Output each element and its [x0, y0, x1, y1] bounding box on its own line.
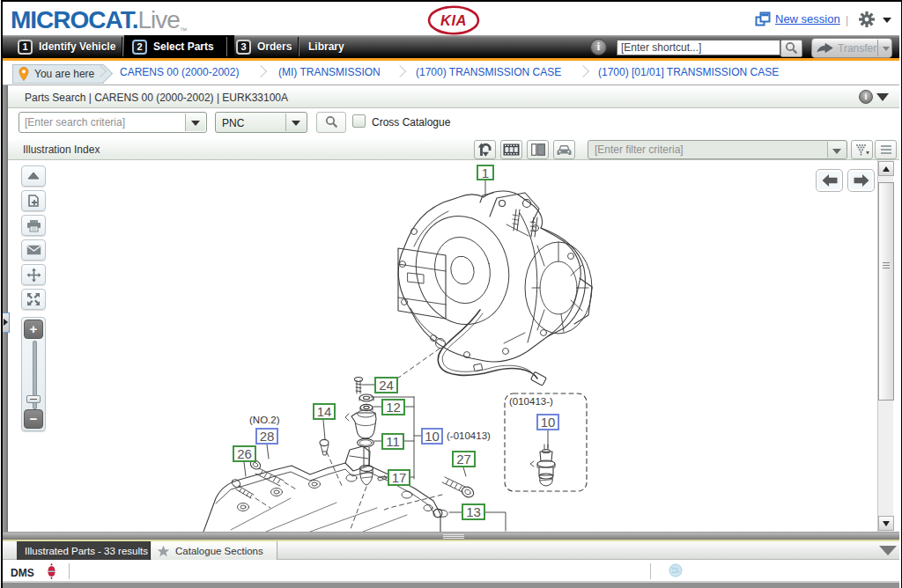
tab-illustrated-parts[interactable]: Illustrated Parts - 33 results [17, 541, 151, 560]
nav-tab-library[interactable]: Library [300, 35, 368, 58]
scroll-up-button[interactable] [878, 161, 894, 176]
dms-transfer-icon[interactable] [45, 562, 58, 580]
part-callout-10[interactable]: 10 [421, 428, 443, 445]
you-are-here-badge: You are here [12, 64, 104, 84]
tab-catalogue-sections[interactable]: Catalogue Sections [152, 541, 277, 560]
pan-tool-button[interactable] [21, 264, 46, 285]
previous-illustration-button[interactable] [816, 169, 843, 192]
filter-input[interactable] [593, 143, 817, 157]
parts-search-title: Parts Search | CARENS 00 (2000-2002) | E… [25, 92, 288, 104]
nav-tab-select-parts[interactable]: 2Select Parts [124, 35, 234, 58]
thumbnail-view-button[interactable] [500, 140, 522, 159]
pnc-value: PNC [222, 117, 244, 129]
transfer-button[interactable]: Transfer [811, 38, 892, 58]
svg-text:KIA: KIA [440, 12, 467, 28]
scroll-down-button[interactable] [878, 516, 894, 531]
bottom-border-band [3, 582, 899, 588]
shortcut-info-icon[interactable]: i [590, 39, 607, 55]
thumbnails-icon [503, 143, 520, 156]
part-callout-28[interactable]: 28 [255, 428, 278, 445]
return-to-index-button[interactable] [474, 140, 496, 159]
part-callout-13[interactable]: 13 [462, 503, 485, 520]
nav-tab-orders[interactable]: 3Orders [228, 35, 307, 58]
application-window: MICROCAT.Live™ KIA New session | 1Identi… [0, 0, 902, 588]
part-callout-24[interactable]: 24 [374, 377, 398, 393]
logo-brand: MICROCAT [11, 6, 132, 33]
fit-to-screen-button[interactable] [21, 289, 46, 310]
list-icon [880, 144, 892, 155]
settings-caret-icon[interactable] [883, 18, 891, 23]
settings-gear-icon[interactable] [859, 11, 875, 27]
header: MICROCAT.Live™ KIA New session | [3, 2, 899, 35]
search-criteria-dropdown[interactable] [185, 114, 205, 131]
pnc-dropdown[interactable] [285, 114, 306, 131]
transfer-caret-icon[interactable] [883, 47, 890, 51]
breadcrumb-item[interactable]: (1700) TRANSMISSION CASE [416, 66, 561, 78]
filter-dropdown[interactable] [827, 142, 846, 158]
part-callout-26[interactable]: 26 [233, 445, 256, 462]
illustration-canvas[interactable] [8, 160, 877, 532]
print-button[interactable] [21, 215, 46, 236]
zoom-slider-handle[interactable] [26, 395, 41, 403]
new-illustration-button[interactable] [21, 190, 46, 211]
new-session-icon[interactable] [755, 11, 771, 27]
drawing-note: (010413-) [509, 396, 553, 407]
header-separator: | [846, 14, 848, 26]
shortcut-input[interactable] [617, 40, 780, 55]
collapse-up-icon [26, 171, 41, 181]
breadcrumb-item[interactable]: (MI) TRANSMISSION [278, 66, 381, 78]
new-page-icon [26, 194, 41, 208]
arrow-right-icon [853, 173, 870, 187]
new-session-link[interactable]: New session [775, 12, 840, 26]
nav-tab-label: Select Parts [153, 40, 214, 53]
filter-combo [588, 140, 847, 159]
collapse-toolbar-button[interactable] [21, 165, 46, 187]
zoom-control: +− [21, 317, 46, 431]
part-callout-10[interactable]: 10 [536, 414, 559, 430]
pnc-select[interactable]: PNC [215, 112, 307, 133]
main-nav-bar: 1Identify Vehicle2Select Parts3OrdersLib… [3, 35, 899, 58]
horizontal-splitter[interactable] [3, 532, 899, 540]
illustration-index-title: Illustration Index [23, 143, 100, 156]
panel-collapse-icon[interactable] [876, 93, 889, 101]
print-icon [26, 219, 41, 232]
zoom-in-button[interactable]: + [24, 320, 43, 339]
part-callout-14[interactable]: 14 [313, 403, 336, 420]
list-view-button[interactable] [875, 140, 897, 159]
tab-overflow-caret[interactable] [879, 546, 897, 555]
kia-logo: KIA [427, 5, 480, 35]
globe-icon [669, 563, 683, 577]
nav-tab-label: Library [308, 40, 344, 53]
part-callout-1[interactable]: 1 [477, 165, 494, 180]
part-callout-12[interactable]: 12 [381, 399, 405, 415]
nav-tab-divider [122, 37, 122, 56]
zoom-out-button[interactable]: − [24, 409, 43, 429]
return-arrow-icon [477, 143, 492, 157]
email-button[interactable] [21, 239, 46, 261]
breadcrumb-item[interactable]: (1700) [01/01] TRANSMISSION CASE [598, 66, 779, 78]
scrollbar-thumb[interactable] [878, 182, 894, 401]
nav-tab-identify-vehicle[interactable]: 1Identify Vehicle [10, 35, 132, 58]
filter-funnel-button[interactable] [851, 140, 873, 159]
fit-screen-icon [26, 292, 41, 306]
parts-search-button[interactable] [316, 112, 346, 133]
search-criteria-input[interactable] [23, 114, 187, 130]
panel-info-icon[interactable]: i [859, 90, 873, 104]
part-callout-17[interactable]: 17 [388, 469, 410, 486]
drawing-note: (NO.2) [249, 415, 280, 425]
shortcut-search-button[interactable] [780, 40, 802, 57]
cross-catalogue-checkbox[interactable] [352, 114, 366, 128]
next-illustration-button[interactable] [847, 169, 875, 192]
parts-search-header: Parts Search | CARENS 00 (2000-2002) | E… [3, 86, 899, 108]
split-view-button[interactable] [527, 140, 549, 159]
split-view-icon [531, 143, 545, 156]
expand-panel-button[interactable] [2, 312, 10, 333]
transfer-arrow-icon [812, 42, 834, 54]
vertical-scrollbar[interactable] [877, 160, 893, 532]
vehicle-view-button[interactable] [553, 140, 575, 159]
part-callout-27[interactable]: 27 [452, 451, 476, 467]
breadcrumb-item[interactable]: CARENS 00 (2000-2002) [120, 66, 239, 78]
dms-label: DMS [11, 567, 34, 579]
part-callout-11[interactable]: 11 [381, 433, 404, 450]
star-icon [157, 545, 170, 557]
